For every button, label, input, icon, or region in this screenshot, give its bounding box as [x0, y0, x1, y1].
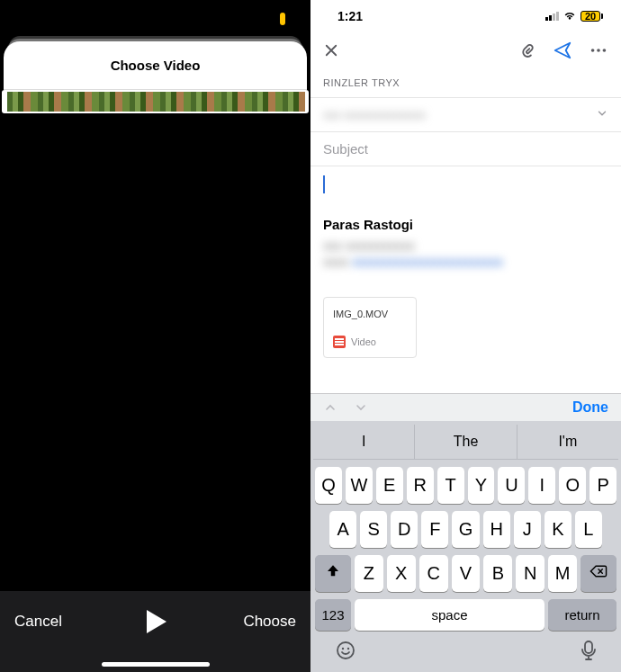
compose-pane: 1:21 20 RINZLER TRYX xxx xxxxxxxxxxxxxx [310, 0, 621, 672]
attachment-card[interactable]: IMG_0.MOV Video [323, 297, 417, 358]
key-m[interactable]: M [548, 555, 577, 592]
emoji-icon[interactable] [335, 640, 356, 661]
chevron-down-icon[interactable] [596, 107, 608, 122]
attachment-kind: Video [351, 336, 376, 347]
key-v[interactable]: V [452, 555, 481, 592]
from-field[interactable]: RINZLER TRYX [310, 68, 621, 98]
recording-indicator [280, 13, 285, 25]
key-row: 123 space return [313, 599, 618, 631]
key-c[interactable]: C [419, 555, 448, 592]
svg-point-3 [338, 642, 354, 659]
key-j[interactable]: J [514, 511, 541, 548]
to-recipients: xxx xxxxxxxxxxxxxx [323, 108, 426, 121]
key-row: ZXCVBNM [313, 555, 618, 592]
space-key[interactable]: space [355, 599, 544, 631]
picker-bottom-bar: Cancel Choose [0, 591, 310, 672]
choose-video-sheet: Choose Video [4, 41, 307, 90]
svg-rect-6 [585, 641, 592, 653]
attachment-icon[interactable] [517, 40, 536, 60]
prev-field-icon [323, 400, 338, 415]
key-k[interactable]: K [544, 511, 572, 548]
suggestion[interactable]: I [313, 425, 415, 459]
battery-icon: 20 [580, 11, 603, 22]
attachment-filename: IMG_0.MOV [333, 309, 407, 319]
key-b[interactable]: B [483, 555, 512, 592]
wifi-icon [562, 9, 577, 23]
key-e[interactable]: E [376, 467, 403, 504]
video-filmstrip[interactable] [2, 90, 309, 113]
svg-point-1 [597, 49, 600, 52]
to-field[interactable]: xxx xxxxxxxxxxxxxx [310, 98, 621, 132]
keyboard: I The I'm QWERTYUIOP ASDFGHJKL ZXCVBNM 1… [310, 421, 621, 672]
key-p[interactable]: P [590, 467, 616, 504]
cellular-icon [545, 12, 559, 21]
video-picker-pane: Choose Video Cancel Choose [0, 0, 310, 672]
key-w[interactable]: W [346, 467, 373, 504]
key-f[interactable]: F [421, 511, 448, 548]
suggestion[interactable]: The [415, 425, 517, 459]
key-t[interactable]: T [437, 467, 464, 504]
svg-point-2 [603, 49, 607, 52]
more-icon[interactable] [589, 40, 608, 60]
signature-name: Paras Rastogi [310, 202, 621, 232]
status-time: 1:21 [338, 9, 363, 23]
dictation-icon[interactable] [580, 640, 597, 661]
compose-toolbar [310, 32, 621, 68]
signature-details: xxx xxxxxxxxxxx xxxxxxxxxxxxxxxxxxxxxxxx… [310, 232, 621, 275]
key-z[interactable]: Z [355, 555, 383, 592]
send-icon[interactable] [553, 40, 572, 60]
text-cursor [323, 175, 325, 193]
key-a[interactable]: A [329, 511, 356, 548]
return-key[interactable]: return [548, 599, 616, 631]
key-y[interactable]: Y [468, 467, 495, 504]
video-file-icon [333, 336, 346, 348]
subject-input[interactable] [323, 141, 608, 157]
key-q[interactable]: Q [315, 467, 342, 504]
key-row: ASDFGHJKL [313, 511, 618, 548]
key-g[interactable]: G [452, 511, 479, 548]
svg-point-0 [591, 49, 595, 52]
key-r[interactable]: R [407, 467, 434, 504]
key-x[interactable]: X [387, 555, 416, 592]
subject-field[interactable] [310, 132, 621, 166]
keyboard-accessory: Done [310, 393, 621, 421]
key-d[interactable]: D [391, 511, 418, 548]
status-bar: 1:21 20 [310, 0, 621, 32]
play-icon[interactable] [147, 610, 166, 633]
svg-point-4 [342, 648, 344, 650]
svg-point-5 [347, 648, 349, 650]
done-button[interactable]: Done [572, 399, 608, 416]
suggestion[interactable]: I'm [518, 425, 618, 459]
cancel-button[interactable]: Cancel [14, 613, 62, 631]
numbers-key[interactable]: 123 [315, 599, 351, 631]
close-icon[interactable] [323, 42, 339, 58]
home-indicator [102, 662, 210, 667]
suggestion-bar: I The I'm [313, 425, 618, 460]
shift-key[interactable] [315, 555, 351, 592]
key-n[interactable]: N [516, 555, 544, 592]
backspace-key[interactable] [580, 555, 616, 592]
key-i[interactable]: I [528, 467, 555, 504]
key-row: QWERTYUIOP [313, 467, 618, 504]
key-s[interactable]: S [360, 511, 387, 548]
key-o[interactable]: O [559, 467, 586, 504]
sheet-title: Choose Video [4, 58, 307, 73]
next-field-icon [354, 400, 368, 415]
key-u[interactable]: U [498, 467, 525, 504]
choose-button[interactable]: Choose [243, 613, 296, 631]
body-editor[interactable] [310, 166, 621, 202]
key-h[interactable]: H [483, 511, 510, 548]
key-l[interactable]: L [575, 511, 602, 548]
